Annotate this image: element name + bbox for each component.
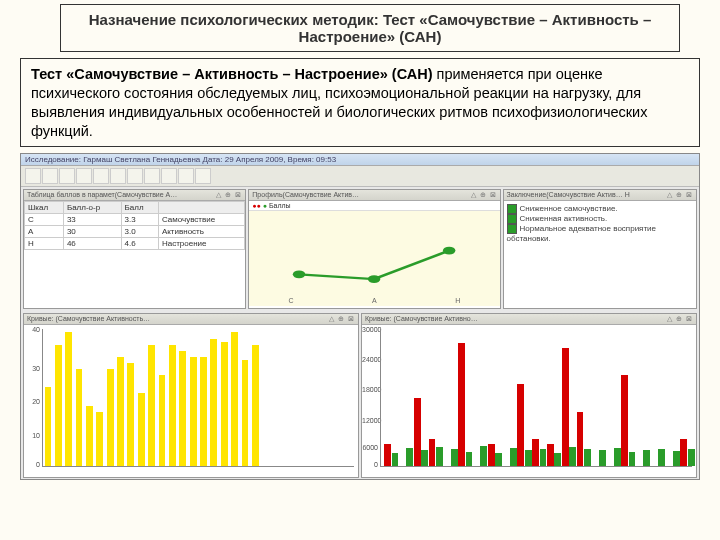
svg-point-0 xyxy=(293,271,306,279)
bar-green xyxy=(466,452,473,467)
table-row: А 30 3.0 Активность xyxy=(25,226,245,238)
panel-header: Таблица баллов в парамет(Самочувствие A…… xyxy=(24,190,245,201)
toolbar-button[interactable] xyxy=(178,168,194,184)
svg-point-2 xyxy=(443,247,456,255)
bar xyxy=(148,345,155,467)
bar-red xyxy=(621,375,628,466)
panel-header: Заключение(Самочувствие Актив… Н △ ⊕ ⊠ xyxy=(504,190,696,201)
bar-green xyxy=(525,450,532,466)
panel-controls-icon[interactable]: △ ⊕ ⊠ xyxy=(667,191,693,199)
bar-green xyxy=(599,450,606,466)
bar-green xyxy=(392,453,399,467)
app-titlebar: Исследование: Гармаш Светлана Геннадьевн… xyxy=(21,154,699,166)
bar xyxy=(86,406,93,467)
bar-green xyxy=(436,447,443,466)
bar xyxy=(96,412,103,467)
bar xyxy=(55,345,62,467)
toolbar-button[interactable] xyxy=(42,168,58,184)
th: Балл-о-р xyxy=(63,202,121,214)
profile-chart-panel: Профиль(Самочувствие Актив… △ ⊕ ⊠ ●● ● Б… xyxy=(248,189,500,309)
panel-header: Профиль(Самочувствие Актив… △ ⊕ ⊠ xyxy=(249,190,499,201)
bar-green xyxy=(584,449,591,466)
bar xyxy=(252,345,259,467)
panel-title: Таблица баллов в парамет(Самочувствие A… xyxy=(27,191,177,199)
bar-red xyxy=(532,439,539,466)
toolbar-button[interactable] xyxy=(144,168,160,184)
bar-green xyxy=(421,450,428,466)
bar-red xyxy=(680,439,687,466)
bar-red xyxy=(517,384,524,466)
bar xyxy=(169,345,176,467)
bar xyxy=(159,375,166,466)
bar-red xyxy=(488,444,495,467)
bar xyxy=(65,332,72,466)
slide-title: Назначение психологических методик: Тест… xyxy=(60,4,680,52)
toolbar-button[interactable] xyxy=(195,168,211,184)
bar xyxy=(117,357,124,467)
legend: ●● ● Баллы xyxy=(249,201,499,211)
legend-mark-icon: ●● xyxy=(252,202,260,209)
bar xyxy=(190,357,197,467)
svg-point-1 xyxy=(368,276,381,284)
bar-red xyxy=(414,398,421,467)
bar xyxy=(242,360,249,467)
panel-header: Кривые: (Самочувствие Активность… △ ⊕ ⊠ xyxy=(24,314,358,325)
toolbar-button[interactable] xyxy=(25,168,41,184)
panel-controls-icon[interactable]: △ ⊕ ⊠ xyxy=(471,191,497,199)
bar-green xyxy=(643,450,650,466)
bar xyxy=(127,363,134,467)
profile-chart: С А Н xyxy=(249,211,499,306)
bar xyxy=(221,342,228,467)
bar-green xyxy=(673,451,680,467)
table-panel: Таблица баллов в парамет(Самочувствие A…… xyxy=(23,189,246,309)
panel-title: Профиль(Самочувствие Актив… xyxy=(252,191,359,199)
bar xyxy=(179,351,186,467)
application-screenshot: Исследование: Гармаш Светлана Геннадьевн… xyxy=(20,153,700,480)
bar-chart-b: 30000 24000 18000 12000 6000 0 xyxy=(362,325,696,477)
bar-green xyxy=(658,449,665,467)
toolbar-button[interactable] xyxy=(127,168,143,184)
panel-controls-icon[interactable]: △ ⊕ ⊠ xyxy=(667,315,693,323)
panel-title: Кривые: (Самочувствие Активно… xyxy=(365,315,478,323)
bar-red xyxy=(547,444,554,467)
bar xyxy=(45,387,52,466)
panel-controls-icon[interactable]: △ ⊕ ⊠ xyxy=(216,191,242,199)
bar-green xyxy=(540,449,547,467)
toolbar-button[interactable] xyxy=(93,168,109,184)
description-prefix: Тест «Самочувствие – Активность – Настро… xyxy=(31,66,433,82)
bar-green xyxy=(629,452,636,467)
score-table: Шкал Балл-о-р Балл С 33 3.3 Самочувствие… xyxy=(24,201,245,250)
bar-green xyxy=(480,446,487,467)
bar xyxy=(200,357,207,467)
panel-title: Кривые: (Самочувствие Активность… xyxy=(27,315,150,323)
description-block: Тест «Самочувствие – Активность – Настро… xyxy=(20,58,700,147)
toolbar-button[interactable] xyxy=(59,168,75,184)
bar-green xyxy=(510,448,517,467)
table-row: Н 46 4.6 Настроение xyxy=(25,238,245,250)
panel-header: Кривые: (Самочувствие Активно… △ ⊕ ⊠ xyxy=(362,314,696,325)
bar-red xyxy=(577,412,584,467)
panel-controls-icon[interactable]: △ ⊕ ⊠ xyxy=(329,315,355,323)
th: Балл xyxy=(121,202,158,214)
barchart-b-panel: Кривые: (Самочувствие Активно… △ ⊕ ⊠ 300… xyxy=(361,313,697,478)
bar xyxy=(76,369,83,466)
bar-green xyxy=(451,449,458,466)
th: Шкал xyxy=(25,202,64,214)
bar-red xyxy=(429,439,436,466)
bar-red xyxy=(562,348,569,467)
bar-green xyxy=(495,453,502,467)
conclusion-text: Сниженное самочувствие. Сниженная активн… xyxy=(504,201,696,308)
toolbar-button[interactable] xyxy=(161,168,177,184)
bar xyxy=(231,332,238,466)
bar-green xyxy=(569,447,576,467)
bar-red xyxy=(458,343,465,466)
bullet-icon xyxy=(507,214,517,224)
bar-green xyxy=(554,453,561,467)
th xyxy=(158,202,244,214)
bar-green xyxy=(688,449,695,466)
toolbar-button[interactable] xyxy=(76,168,92,184)
bar xyxy=(210,339,217,467)
bar-chart-a: 40 30 20 10 0 xyxy=(24,325,358,477)
bar-green xyxy=(406,448,413,466)
toolbar-button[interactable] xyxy=(110,168,126,184)
